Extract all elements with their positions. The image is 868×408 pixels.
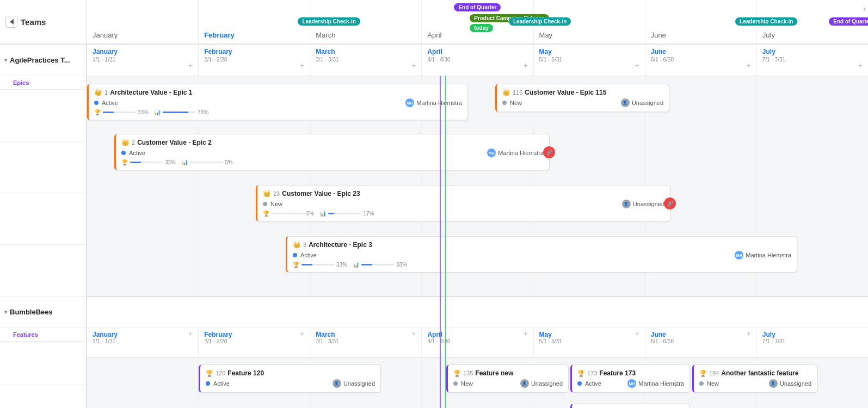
epic-card-115[interactable]: 👑 115 Customer Value - Epic 115 New 👤 Un… xyxy=(495,84,669,112)
epic-115-num: 115 xyxy=(513,89,522,96)
epic-2-assignee: MH Martina Hiemstra xyxy=(487,149,544,157)
bars-icon-23: 📊 xyxy=(319,211,326,217)
feature-card-184[interactable]: 🏆 184 Another fantastic feature New 👤 Un… xyxy=(692,364,817,393)
bb-may-range: 5/1 - 5/31 xyxy=(539,338,639,344)
feat-120-assignee-name: Unassigned xyxy=(343,380,375,387)
bb-jun-name: June xyxy=(651,331,666,338)
epic-card-1[interactable]: 👑 1 Architecture Value - Epic 1 Active M… xyxy=(87,84,468,120)
sidebar-agile-header[interactable]: ▾ AgilePractices T... xyxy=(0,45,86,76)
crown-icon-3: 👑 xyxy=(293,241,301,249)
bb-add-jan[interactable]: + xyxy=(188,329,193,338)
content-mar-range: 3/1 - 3/31 xyxy=(316,57,416,63)
epic-2-title: Customer Value - Epic 2 xyxy=(137,139,212,146)
bumblebees-features-label: Features xyxy=(0,328,86,342)
feat-173-avatar: MH xyxy=(627,379,636,388)
add-apr-button[interactable]: + xyxy=(523,61,527,69)
content-month-may: May 5/1 - 5/31 + xyxy=(534,45,645,76)
trophy-icon-120: 🏆 xyxy=(206,370,213,377)
bb-add-mar[interactable]: + xyxy=(411,329,416,338)
month-july: July › xyxy=(757,0,868,44)
feat-184-title: Another fantastic feature xyxy=(721,369,798,377)
bb-apr-cell: April 4/1 - 4/30 + xyxy=(422,327,533,357)
content-jan-range: 1/1 - 1/31 xyxy=(93,57,193,63)
feat-173-assignee: MH Martina Hiemstra xyxy=(627,379,684,388)
feat-184-avatar: 👤 xyxy=(769,379,778,388)
epic-1-progress: 🏆 33% 📊 78% xyxy=(94,109,462,115)
epic-2-link-btn[interactable]: 🔗 xyxy=(543,146,555,158)
feat-120-num: 120 xyxy=(216,370,225,376)
feat-184-assignee-name: Unassigned xyxy=(780,380,811,387)
epic-1-avatar: MH xyxy=(405,98,414,107)
feat-120-avatar: 👤 xyxy=(333,379,341,388)
add-jul-button[interactable]: + xyxy=(858,61,863,69)
content-month-july: July 7/1 - 7/31 + xyxy=(757,45,868,76)
add-jun-button[interactable]: + xyxy=(747,61,751,69)
bb-add-may[interactable]: + xyxy=(635,329,639,338)
content-month-january: January 1/1 - 1/31 + xyxy=(87,45,199,76)
content-apr-name: April xyxy=(427,48,442,55)
add-mar-button[interactable]: + xyxy=(411,61,416,69)
bb-feb-name: February xyxy=(204,331,232,338)
epic-2-avatar: MH xyxy=(487,149,496,157)
feat-120-title: Feature 120 xyxy=(227,369,264,377)
bb-add-apr[interactable]: + xyxy=(523,329,527,338)
sidebar-bumblebees-header[interactable]: ▾ BumbleBees xyxy=(0,296,86,328)
content-month-june: June 6/1 - 6/30 + xyxy=(645,45,757,76)
bb-jan-range: 1/1 - 1/31 xyxy=(93,338,193,344)
epic-23-link-btn[interactable]: 🔗 xyxy=(664,197,676,209)
bb-may-cell: May 5/1 - 5/31 + xyxy=(534,327,645,357)
month-march-label: March xyxy=(316,31,416,39)
feat-135-status-dot xyxy=(453,381,458,386)
epic-card-2[interactable]: 👑 2 Customer Value - Epic 2 Active MH Ma… xyxy=(114,134,550,170)
epic-2-prog1-pct: 33% xyxy=(165,159,176,165)
epic-2-assignee-name: Martina Hiemstra xyxy=(498,150,544,156)
epic-3-avatar: MH xyxy=(735,251,743,259)
content-jan-name: January xyxy=(93,48,118,55)
month-february-label: February xyxy=(204,31,304,39)
epic-3-prog1-fill xyxy=(301,264,312,265)
add-feb-button[interactable]: + xyxy=(300,61,304,69)
feat-120-status: Active xyxy=(213,380,230,387)
epic-2-prog2-pct: 0% xyxy=(225,159,232,165)
nav-right-button[interactable]: › xyxy=(863,4,866,13)
bb-apr-range: 4/1 - 4/30 xyxy=(427,338,527,344)
epic-2-num: 2 xyxy=(132,139,135,146)
content-scroll[interactable]: January 1/1 - 1/31 + February 2/1 - 2/28… xyxy=(87,45,868,408)
trophy-icon-1: 🏆 xyxy=(94,109,101,115)
add-may-button[interactable]: + xyxy=(635,61,639,69)
epic-2-status-row: Active MH Martina Hiemstra xyxy=(121,149,544,157)
feature-card-119[interactable]: 🏆 119 Feature 119 Active 👤 Unassigned 🔗 xyxy=(570,404,690,408)
feat-135-num: 135 xyxy=(463,370,473,376)
content-may-name: May xyxy=(539,48,552,55)
bb-jul-cell: July 7/1 - 7/31 xyxy=(757,327,868,357)
epic-1-num: 1 xyxy=(104,89,108,96)
bb-add-feb[interactable]: + xyxy=(300,329,304,338)
feat-135-status: New xyxy=(461,380,473,387)
trophy-icon-3: 🏆 xyxy=(293,262,299,268)
epic-1-prog2-fill xyxy=(163,112,188,113)
feat-120-status-dot xyxy=(206,381,210,386)
bb-add-jun[interactable]: + xyxy=(747,329,751,338)
content-apr-range: 4/1 - 4/30 xyxy=(427,57,527,63)
agile-epics-label: Epics xyxy=(0,76,86,90)
feat-173-num: 173 xyxy=(587,370,597,376)
feature-card-135[interactable]: 🏆 135 Feature new New 👤 Unassigned xyxy=(446,364,569,393)
feature-card-173[interactable]: 🏆 173 Feature 173 Active MH Martina Hiem… xyxy=(570,364,690,393)
feature-card-120[interactable]: 🏆 120 Feature 120 Active 👤 Unassigned xyxy=(199,364,381,393)
feat-184-assignee: 👤 Unassigned xyxy=(769,379,811,388)
epic-3-title: Architecture - Epic 3 xyxy=(309,241,372,249)
bb-feb-range: 2/1 - 2/28 xyxy=(204,338,304,344)
feat-184-status: New xyxy=(707,380,719,387)
month-april-label: April xyxy=(427,31,527,39)
epic-115-status-row: New 👤 Unassigned xyxy=(502,98,663,107)
add-jan-button[interactable]: + xyxy=(188,61,193,69)
feat-173-assignee-name: Martina Hiemstra xyxy=(638,380,684,387)
feat-184-num: 184 xyxy=(709,370,719,376)
epic-card-3[interactable]: 👑 3 Architecture - Epic 3 Active MH Mart… xyxy=(286,236,797,273)
epic-3-status-row: Active MH Martina Hiemstra xyxy=(293,251,791,259)
nav-left-button[interactable] xyxy=(5,16,17,28)
epic-card-23[interactable]: 👑 23 Customer Value - Epic 23 New 👤 Unas… xyxy=(256,185,670,221)
month-june-label: June xyxy=(651,31,751,39)
epic-115-assignee: 👤 Unassigned xyxy=(621,98,663,107)
month-headers-row: January 1/1 - 1/31 + February 2/1 - 2/28… xyxy=(87,45,868,76)
